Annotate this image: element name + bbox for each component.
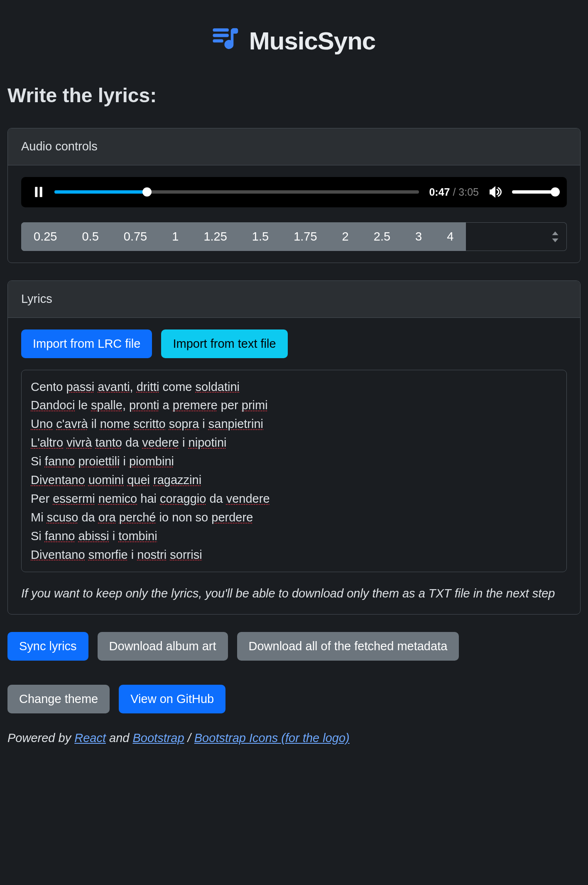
- action-buttons: Sync lyrics Download album art Download …: [7, 632, 581, 661]
- bootstrap-icons-link[interactable]: Bootstrap Icons (for the logo): [194, 731, 350, 745]
- view-github-button[interactable]: View on GitHub: [119, 685, 225, 713]
- speed-stepper[interactable]: [466, 222, 567, 251]
- download-album-art-button[interactable]: Download album art: [98, 632, 228, 661]
- time-display: 0:47 / 3:05: [429, 184, 479, 200]
- pause-button[interactable]: [33, 186, 44, 198]
- lyrics-help-text: If you want to keep only the lyrics, you…: [21, 585, 567, 603]
- footer-credits: Powered by React and Bootstrap / Bootstr…: [7, 729, 581, 747]
- section-title: Write the lyrics:: [7, 81, 581, 111]
- svg-rect-1: [40, 187, 42, 197]
- speed-1.5-button[interactable]: 1.5: [240, 222, 281, 251]
- audio-player: 0:47 / 3:05: [21, 177, 567, 208]
- speed-0.25-button[interactable]: 0.25: [21, 222, 69, 251]
- import-txt-button[interactable]: Import from text file: [161, 329, 287, 358]
- lyrics-textarea[interactable]: Cento passi avanti, dritti come soldatin…: [21, 370, 567, 572]
- current-time: 0:47: [429, 186, 450, 198]
- change-theme-button[interactable]: Change theme: [7, 685, 110, 713]
- seek-slider[interactable]: [54, 190, 419, 194]
- react-link[interactable]: React: [74, 731, 106, 745]
- audio-card-header: Audio controls: [8, 128, 580, 165]
- speed-0.5-button[interactable]: 0.5: [69, 222, 111, 251]
- speed-1-button[interactable]: 1: [159, 222, 191, 251]
- speed-1.25-button[interactable]: 1.25: [191, 222, 239, 251]
- speed-2-button[interactable]: 2: [330, 222, 361, 251]
- total-time: 3:05: [458, 186, 479, 198]
- download-metadata-button[interactable]: Download all of the fetched metadata: [237, 632, 459, 661]
- speed-3-button[interactable]: 3: [403, 222, 434, 251]
- speed-4-button[interactable]: 4: [434, 222, 466, 251]
- speed-1.75-button[interactable]: 1.75: [281, 222, 329, 251]
- audio-controls-card: Audio controls 0:47 / 3:05: [7, 128, 581, 263]
- import-lrc-button[interactable]: Import from LRC file: [21, 329, 152, 358]
- footer-buttons: Change theme View on GitHub: [7, 685, 581, 713]
- bootstrap-link[interactable]: Bootstrap: [132, 731, 184, 745]
- lyrics-card-header: Lyrics: [8, 281, 580, 318]
- app-header: MusicSync: [7, 7, 581, 81]
- speed-0.75-button[interactable]: 0.75: [111, 222, 159, 251]
- stepper-arrows-icon[interactable]: [551, 231, 559, 242]
- speed-controls: 0.250.50.7511.251.51.7522.534: [21, 222, 567, 251]
- speed-2.5-button[interactable]: 2.5: [361, 222, 403, 251]
- lyrics-card: Lyrics Import from LRC file Import from …: [7, 280, 581, 615]
- app-title: MusicSync: [249, 22, 375, 60]
- volume-slider[interactable]: [512, 190, 555, 194]
- music-list-icon: [213, 25, 242, 58]
- sync-lyrics-button[interactable]: Sync lyrics: [7, 632, 88, 661]
- volume-icon[interactable]: [489, 185, 502, 199]
- svg-rect-0: [35, 187, 37, 197]
